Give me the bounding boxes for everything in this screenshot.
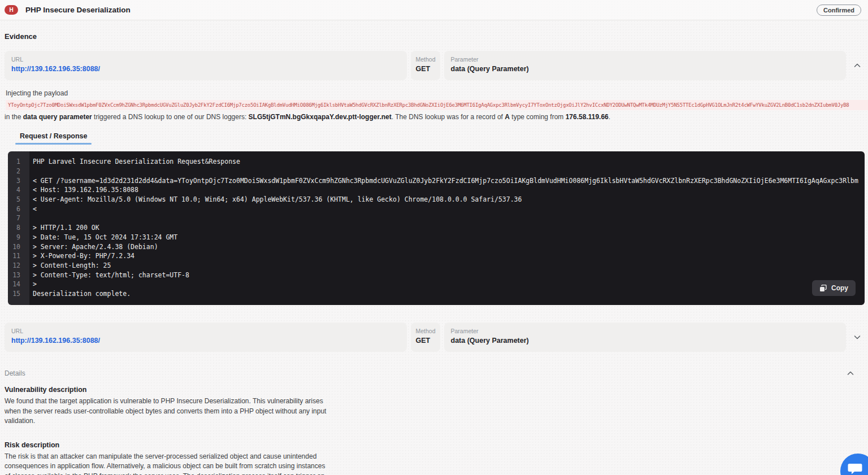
method-cell: Method GET [411, 51, 440, 80]
line-number: 2 [8, 167, 25, 175]
page-title: PHP Insecure Deserialization [25, 6, 131, 14]
line-number: 12 [8, 262, 25, 269]
main-content: Evidence URL http://139.162.196.35:8088/… [0, 32, 868, 475]
injecting-payload-label: Injecting the payload [6, 89, 868, 97]
details-header: Details [5, 369, 868, 377]
parameter-cell: Parameter data (Query Parameter) [444, 323, 847, 352]
vulnerability-description-heading: Vulnerability description [5, 386, 868, 394]
line-number: 4 [8, 186, 25, 194]
line-number: 8 [8, 224, 25, 232]
risk-description-heading: Risk description [5, 441, 868, 449]
line-number: 10 [8, 243, 25, 251]
code-line-text: > Server: Apache/2.4.38 (Debian) [25, 243, 865, 251]
code-line: 10> Server: Apache/2.4.38 (Debian) [8, 242, 865, 251]
copy-button-label: Copy [831, 284, 848, 292]
chevron-up-icon [854, 63, 861, 68]
parameter-cell: Parameter data (Query Parameter) [444, 51, 847, 80]
line-number: 5 [8, 195, 25, 203]
code-line: 3< GET /?username=1d3d2d231d2dd4&data=YT… [8, 176, 865, 185]
tab-strip: Request / Response [15, 132, 868, 144]
code-line-text: < GET /?username=1d3d2d231d2dd4&data=YTo… [25, 177, 865, 185]
code-line: 15Deserialization complete. [8, 289, 865, 299]
vulnerability-description-text: We found that the target application is … [5, 396, 328, 426]
code-line: 11> X-Powered-By: PHP/7.2.34 [8, 251, 865, 261]
code-line-text: > Content-Type: text/html; charset=UTF-8 [25, 271, 865, 279]
finding-header: H PHP Insecure Deserialization Confirmed [0, 0, 868, 20]
parameter-value: data (Query Parameter) [451, 65, 840, 73]
target-url-link[interactable]: http://139.162.196.35:8088/ [11, 65, 100, 73]
code-line: 5< User-Agent: Mozilla/5.0 (Windows NT 1… [8, 195, 865, 204]
evidence-card-1-cells: URL http://139.162.196.35:8088/ Method G… [5, 51, 846, 80]
code-lines: 1PHP Laravel Insecure Deserialization Re… [8, 157, 865, 298]
severity-high-badge: H [5, 5, 18, 15]
line-number: 1 [8, 158, 25, 165]
url-label: URL [11, 56, 400, 63]
code-line: 2 [8, 167, 865, 176]
code-line-text: > HTTP/1.1 200 OK [25, 224, 865, 232]
line-number: 11 [8, 252, 25, 260]
copy-button[interactable]: Copy [812, 280, 856, 296]
copy-pages-icon [819, 285, 827, 292]
code-line: 8> HTTP/1.1 200 OK [8, 223, 865, 233]
line-number: 3 [8, 177, 25, 185]
code-line: 7 [8, 213, 865, 223]
line-number: 6 [8, 205, 25, 213]
code-line-text: > Content-Length: 25 [25, 262, 865, 269]
payload-string: YToyOntpOjc7Tzo0MDoiSWxsdW1pbmF0ZVxCcm9h… [6, 100, 868, 110]
collapse-details-button[interactable] [839, 371, 861, 376]
code-line-text: > [25, 280, 865, 288]
line-number: 15 [8, 290, 25, 298]
code-line: 6< [8, 204, 865, 213]
method-label: Method [416, 56, 435, 63]
risk-description-text: The risk is that an attacker can manipul… [5, 452, 328, 475]
code-line-text: < User-Agent: Mozilla/5.0 (Windows NT 10… [25, 195, 865, 203]
expand-evidence-button[interactable] [846, 323, 868, 352]
evidence-card-1: URL http://139.162.196.35:8088/ Method G… [5, 51, 868, 80]
collapse-evidence-button[interactable] [846, 51, 868, 80]
code-line: 14> [8, 280, 865, 289]
url-label: URL [11, 328, 400, 334]
url-cell: URL http://139.162.196.35:8088/ [5, 323, 407, 352]
confirmed-status-badge[interactable]: Confirmed [817, 5, 861, 16]
code-line-text: < Host: 139.162.196.35:8088 [25, 186, 865, 194]
line-number: 7 [8, 214, 25, 222]
request-response-code-block: 1PHP Laravel Insecure Deserialization Re… [8, 151, 865, 305]
line-number: 14 [8, 280, 25, 288]
chat-bubble-icon [848, 461, 862, 475]
code-line: 4< Host: 139.162.196.35:8088 [8, 185, 865, 195]
method-value: GET [416, 337, 435, 345]
code-line: 9> Date: Tue, 15 Oct 2024 17:31:24 GMT [8, 233, 865, 242]
code-line-text: PHP Laravel Insecure Deserialization Req… [25, 158, 865, 165]
parameter-label: Parameter [451, 328, 840, 334]
chevron-up-icon [847, 371, 854, 376]
target-url-link[interactable]: http://139.162.196.35:8088/ [11, 337, 100, 345]
details-section-label: Details [5, 369, 25, 377]
url-cell: URL http://139.162.196.35:8088/ [5, 51, 407, 80]
code-line-text: > X-Powered-By: PHP/7.2.34 [25, 252, 865, 260]
code-line: 1PHP Laravel Insecure Deserialization Re… [8, 157, 865, 167]
chevron-down-icon [854, 335, 861, 339]
tab-request-response[interactable]: Request / Response [15, 132, 92, 144]
evidence-section-title: Evidence [5, 32, 868, 41]
method-value: GET [416, 65, 435, 73]
line-number: 13 [8, 271, 25, 279]
code-line: 13> Content-Type: text/html; charset=UTF… [8, 270, 865, 280]
code-line: 12> Content-Length: 25 [8, 261, 865, 271]
parameter-value: data (Query Parameter) [451, 337, 840, 345]
code-line-text: < [25, 205, 865, 213]
code-line-text: Deserialization complete. [25, 290, 865, 298]
method-cell: Method GET [411, 323, 440, 352]
payload-explanation: in the data query parameter triggered a … [5, 113, 868, 121]
code-line-text: > Date: Tue, 15 Oct 2024 17:31:24 GMT [25, 233, 865, 241]
evidence-card-2-cells: URL http://139.162.196.35:8088/ Method G… [5, 323, 846, 352]
parameter-label: Parameter [451, 56, 840, 63]
evidence-card-2: URL http://139.162.196.35:8088/ Method G… [5, 323, 868, 352]
method-label: Method [416, 328, 435, 334]
line-number: 9 [8, 233, 25, 241]
